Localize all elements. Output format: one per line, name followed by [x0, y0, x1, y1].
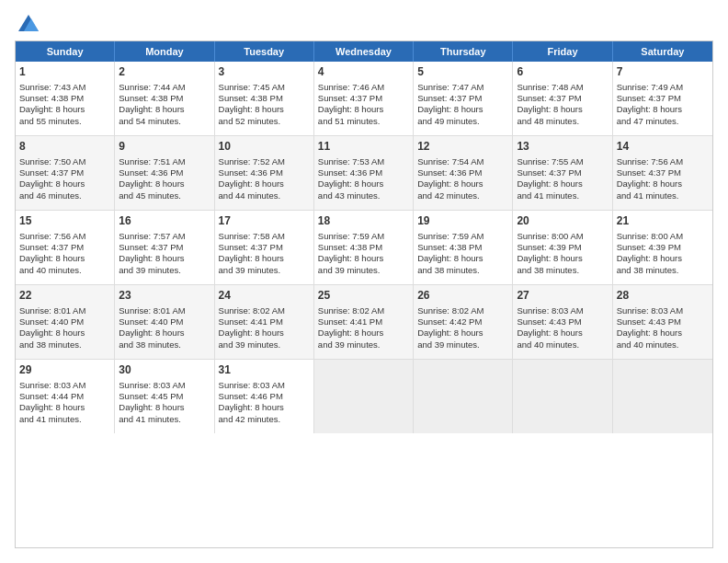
calendar-cell: 13Sunrise: 7:55 AMSunset: 4:37 PMDayligh… [513, 136, 612, 210]
day-info-line: and 55 minutes. [19, 116, 110, 127]
calendar-cell: 15Sunrise: 7:56 AMSunset: 4:37 PMDayligh… [16, 211, 115, 284]
day-number: 29 [19, 363, 110, 378]
day-info-line: Sunset: 4:46 PM [219, 391, 310, 402]
day-number: 28 [617, 289, 709, 304]
day-info-line: and 41 minutes. [617, 190, 709, 201]
day-info-line: Sunrise: 7:59 AM [417, 231, 508, 242]
day-number: 18 [318, 214, 409, 229]
day-info-line: Sunset: 4:40 PM [119, 316, 210, 327]
day-info-line: Sunrise: 8:01 AM [19, 305, 110, 316]
calendar-cell: 31Sunrise: 8:03 AMSunset: 4:46 PMDayligh… [215, 360, 314, 433]
calendar-row-3: 15Sunrise: 7:56 AMSunset: 4:37 PMDayligh… [16, 211, 712, 285]
day-info-line: Sunrise: 7:50 AM [19, 156, 110, 167]
day-info-line: Sunset: 4:37 PM [617, 167, 709, 178]
calendar-cell [513, 360, 612, 433]
day-info-line: Daylight: 8 hours [417, 178, 508, 190]
day-info-line: Daylight: 8 hours [119, 253, 210, 264]
day-info-line: and 40 minutes. [617, 339, 709, 350]
day-number: 15 [19, 214, 110, 229]
day-number: 16 [119, 214, 210, 229]
day-number: 26 [417, 289, 508, 304]
day-info-line: Sunrise: 7:53 AM [318, 156, 409, 167]
day-info-line: and 54 minutes. [119, 116, 210, 127]
day-number: 22 [19, 289, 110, 304]
day-info-line: Sunset: 4:37 PM [19, 242, 110, 253]
day-info-line: Sunset: 4:36 PM [318, 167, 409, 178]
day-number: 1 [19, 65, 110, 80]
day-info-line: and 39 minutes. [318, 339, 409, 350]
day-info-line: and 52 minutes. [219, 116, 310, 127]
day-info-line: Daylight: 8 hours [119, 178, 210, 190]
day-info-line: and 41 minutes. [119, 414, 210, 425]
day-info-line: Daylight: 8 hours [19, 253, 110, 264]
day-info-line: Daylight: 8 hours [417, 253, 508, 264]
day-info-line: and 38 minutes. [119, 339, 210, 350]
day-info-line: Sunrise: 8:00 AM [617, 231, 709, 242]
day-info-line: Daylight: 8 hours [517, 178, 608, 190]
day-number: 14 [617, 140, 709, 155]
day-number: 30 [119, 363, 210, 378]
day-info-line: Sunset: 4:37 PM [517, 93, 608, 104]
day-info-line: Sunset: 4:37 PM [219, 242, 310, 253]
day-number: 31 [219, 363, 310, 378]
weekday-header-sunday: Sunday [16, 41, 115, 62]
day-info-line: Sunrise: 7:51 AM [119, 156, 210, 167]
calendar-cell: 22Sunrise: 8:01 AMSunset: 4:40 PMDayligh… [16, 285, 115, 359]
day-info-line: Daylight: 8 hours [417, 327, 508, 339]
page: SundayMondayTuesdayWednesdayThursdayFrid… [0, 0, 728, 563]
day-info-line: Daylight: 8 hours [119, 104, 210, 115]
day-info-line: Sunrise: 8:02 AM [219, 305, 310, 316]
calendar: SundayMondayTuesdayWednesdayThursdayFrid… [15, 40, 713, 548]
day-info-line: Daylight: 8 hours [219, 402, 310, 413]
day-info-line: and 38 minutes. [517, 265, 608, 276]
day-info-line: and 41 minutes. [517, 190, 608, 201]
day-info-line: Daylight: 8 hours [19, 104, 110, 115]
day-number: 5 [417, 65, 508, 80]
weekday-header-monday: Monday [115, 41, 214, 62]
calendar-cell: 29Sunrise: 8:03 AMSunset: 4:44 PMDayligh… [16, 360, 115, 433]
calendar-cell: 21Sunrise: 8:00 AMSunset: 4:39 PMDayligh… [613, 211, 712, 284]
day-info-line: Sunset: 4:37 PM [617, 93, 709, 104]
day-info-line: Daylight: 8 hours [318, 327, 409, 339]
day-number: 2 [119, 65, 210, 80]
day-info-line: Sunset: 4:37 PM [417, 93, 508, 104]
day-info-line: Sunrise: 8:03 AM [19, 380, 110, 391]
day-number: 3 [219, 65, 310, 80]
day-info-line: Sunrise: 7:54 AM [417, 156, 508, 167]
day-info-line: and 49 minutes. [417, 116, 508, 127]
day-info-line: Sunrise: 8:01 AM [119, 305, 210, 316]
calendar-row-1: 1Sunrise: 7:43 AMSunset: 4:38 PMDaylight… [16, 62, 712, 136]
day-info-line: Sunset: 4:38 PM [19, 93, 110, 104]
day-info-line: Daylight: 8 hours [517, 104, 608, 115]
day-number: 8 [19, 140, 110, 155]
day-info-line: Daylight: 8 hours [219, 104, 310, 115]
day-info-line: Daylight: 8 hours [318, 104, 409, 115]
day-info-line: Sunrise: 7:56 AM [617, 156, 709, 167]
day-info-line: Daylight: 8 hours [19, 327, 110, 339]
day-info-line: Sunset: 4:41 PM [318, 316, 409, 327]
day-info-line: Sunrise: 7:56 AM [19, 231, 110, 242]
day-info-line: Sunrise: 8:03 AM [517, 305, 608, 316]
calendar-cell: 3Sunrise: 7:45 AMSunset: 4:38 PMDaylight… [215, 62, 314, 135]
day-info-line: Sunrise: 8:03 AM [617, 305, 709, 316]
day-info-line: Sunset: 4:42 PM [417, 316, 508, 327]
day-info-line: Sunrise: 8:02 AM [417, 305, 508, 316]
day-info-line: Sunset: 4:38 PM [318, 242, 409, 253]
day-info-line: and 38 minutes. [417, 265, 508, 276]
calendar-row-5: 29Sunrise: 8:03 AMSunset: 4:44 PMDayligh… [16, 360, 712, 433]
day-info-line: Daylight: 8 hours [318, 178, 409, 190]
day-info-line: and 39 minutes. [219, 265, 310, 276]
calendar-cell: 24Sunrise: 8:02 AMSunset: 4:41 PMDayligh… [215, 285, 314, 359]
day-info-line: and 44 minutes. [219, 190, 310, 201]
calendar-cell: 7Sunrise: 7:49 AMSunset: 4:37 PMDaylight… [613, 62, 712, 135]
day-info-line: Sunset: 4:43 PM [517, 316, 608, 327]
day-info-line: and 39 minutes. [318, 265, 409, 276]
day-info-line: Sunset: 4:38 PM [119, 93, 210, 104]
day-info-line: Daylight: 8 hours [318, 253, 409, 264]
day-info-line: Sunset: 4:38 PM [417, 242, 508, 253]
day-info-line: Sunset: 4:39 PM [617, 242, 709, 253]
day-info-line: Daylight: 8 hours [119, 402, 210, 413]
calendar-cell: 4Sunrise: 7:46 AMSunset: 4:37 PMDaylight… [314, 62, 414, 135]
day-info-line: Sunset: 4:36 PM [417, 167, 508, 178]
day-info-line: and 42 minutes. [417, 190, 508, 201]
